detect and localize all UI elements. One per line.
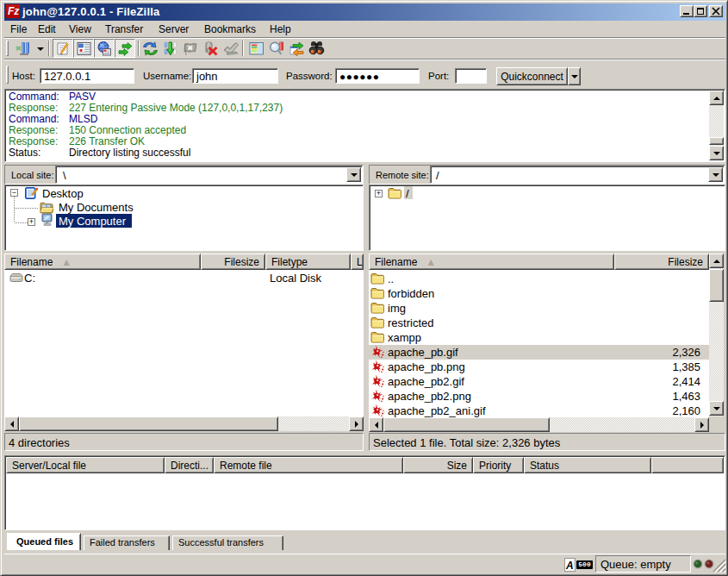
svg-text:Fz: Fz — [8, 5, 19, 17]
